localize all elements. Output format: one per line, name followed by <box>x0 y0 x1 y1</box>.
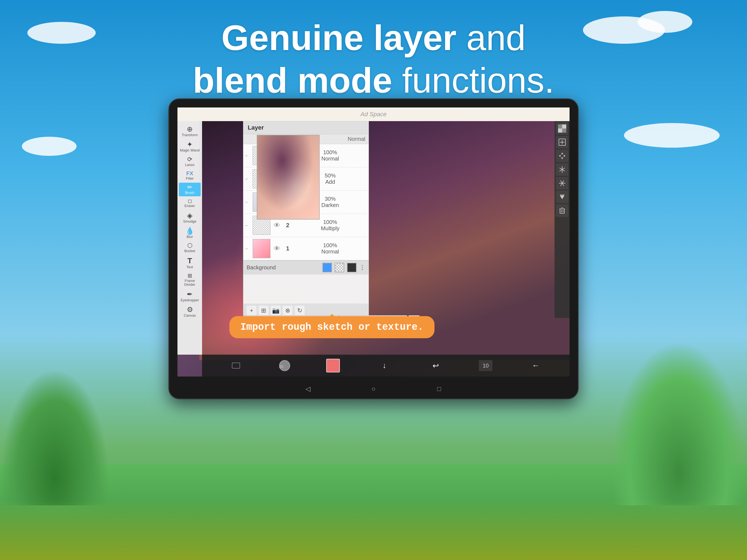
canvas-icon: ⚙ <box>187 306 193 313</box>
layer-num-1: 1 <box>284 245 292 252</box>
tool-bucket[interactable]: ⬡ Bucket <box>179 241 201 255</box>
tool-text[interactable]: T Text <box>179 255 201 271</box>
bg-dark-swatch[interactable] <box>347 263 357 272</box>
layer-opacity-1: 100% <box>294 242 366 249</box>
color-picker-btn[interactable] <box>325 357 341 374</box>
eraser-label: Eraser <box>185 204 195 208</box>
brush-label: Brush <box>185 191 195 195</box>
svg-marker-9 <box>559 155 561 157</box>
layer-visibility-1[interactable]: 👁 <box>273 244 281 253</box>
tool-canvas[interactable]: ⚙ Canvas <box>179 304 201 319</box>
tablet-screen: Ad Space ⊕ Transform ✦ Magic Wand ⟳ <box>177 107 570 377</box>
brush-icon: ✏ <box>187 184 192 190</box>
svg-marker-8 <box>561 157 563 159</box>
left-toolbar: ⊕ Transform ✦ Magic Wand ⟳ Lasso FX Filt… <box>177 121 202 355</box>
selection-btn[interactable] <box>228 357 244 374</box>
layer-opacity-2: 100% <box>294 219 366 225</box>
art-preview-thumbnail <box>257 135 319 220</box>
smudge-icon: ◈ <box>187 212 192 219</box>
tool-magic-wand[interactable]: ✦ Magic Wand <box>179 139 201 154</box>
move-layer-down-btn[interactable] <box>556 190 568 203</box>
download-btn[interactable]: ↓ <box>376 357 393 374</box>
transform-icon: ⊕ <box>187 126 193 133</box>
blur-label: Blur <box>186 235 193 239</box>
back-icon: ◁ <box>305 385 310 393</box>
duplicate-layer-button[interactable]: ↻ <box>295 306 305 315</box>
bottom-toolbar: 20 ↓ ↩ 10 ← <box>202 355 570 377</box>
move-btn[interactable] <box>556 150 568 162</box>
text-label: Text <box>186 265 193 269</box>
merge-all-btn[interactable] <box>556 136 568 149</box>
canvas-label: Canvas <box>184 314 196 317</box>
background-label: Background <box>247 264 319 271</box>
flip-v-btn[interactable] <box>556 177 568 189</box>
layer-row[interactable]: ⌐ 👁 1 100% Normal <box>243 237 368 260</box>
blur-icon: 💧 <box>185 227 194 234</box>
svg-rect-1 <box>562 128 566 133</box>
tablet-device: Ad Space ⊕ Transform ✦ Magic Wand ⟳ <box>169 98 578 399</box>
delete-layer-btn[interactable] <box>556 204 568 217</box>
layer-corner-5: ⌐ <box>246 153 251 158</box>
bg-more-options[interactable]: ⋮ <box>359 264 365 271</box>
android-nav-bar: ◁ ○ □ <box>177 381 570 397</box>
recent-nav-button[interactable]: □ <box>434 383 445 394</box>
title-normal-2: functions. <box>402 60 554 100</box>
tool-eraser[interactable]: ◻ Eraser <box>179 197 201 209</box>
combine-layers-button[interactable]: ⊗ <box>283 306 292 315</box>
filter-icon: FX <box>186 171 193 176</box>
checkerboard-btn[interactable] <box>556 122 568 135</box>
callout-tooltip: Import rough sketch or texture. <box>229 316 435 338</box>
layer-thumb-1 <box>253 239 271 258</box>
back-btn[interactable]: ← <box>527 357 544 374</box>
transform-label: Transform <box>182 133 198 137</box>
recent-icon: □ <box>437 385 441 393</box>
cloud-4 <box>22 137 77 156</box>
bucket-icon: ⬡ <box>187 243 192 249</box>
title-normal-1: and <box>466 18 526 58</box>
tool-lasso[interactable]: ⟳ Lasso <box>179 155 201 169</box>
layer-info-2: 100% Multiply <box>294 219 366 232</box>
home-nav-button[interactable]: ○ <box>368 383 379 394</box>
layer-panel-title: Layer <box>248 124 264 131</box>
tool-eyedropper[interactable]: ✒ Eyedropper <box>179 289 201 304</box>
tool-blur[interactable]: 💧 Blur <box>179 226 201 240</box>
top-blend-label: Normal <box>348 136 365 142</box>
tool-brush[interactable]: ✏ Brush <box>179 183 201 196</box>
title-line-2: blend mode functions. <box>0 59 747 102</box>
svg-rect-2 <box>562 124 566 128</box>
tool-transform[interactable]: ⊕ Transform <box>179 124 201 138</box>
eraser-icon: ◻ <box>188 199 192 203</box>
layer-count-btn[interactable]: 10 <box>479 360 492 371</box>
flip-h-btn[interactable] <box>556 163 568 176</box>
add-layer-button[interactable]: + <box>247 306 256 315</box>
ad-space-label: Ad Space <box>360 111 386 118</box>
undo-btn[interactable]: ↩ <box>428 357 444 374</box>
layer-visibility-2[interactable]: 👁 <box>273 221 281 230</box>
tool-frame-divider[interactable]: ⊞ Frame Divider <box>179 271 201 288</box>
svg-rect-15 <box>560 209 564 213</box>
text-icon: T <box>187 257 192 265</box>
tool-smudge[interactable]: ◈ Smudge <box>179 210 201 225</box>
svg-rect-14 <box>560 195 564 196</box>
layer-corner-4: ⌐ <box>246 177 251 181</box>
filter-label: Filter <box>186 177 194 180</box>
import-image-button[interactable]: 📷 <box>271 306 281 315</box>
magic-wand-icon: ✦ <box>187 141 193 148</box>
active-color-swatch[interactable] <box>326 359 340 373</box>
add-group-button[interactable]: ⊞ <box>259 306 268 315</box>
background-row[interactable]: Background ⋮ <box>243 260 368 275</box>
back-nav-button[interactable]: ◁ <box>302 383 313 394</box>
frame-divider-icon: ⊞ <box>187 273 192 278</box>
bg-checker-swatch[interactable] <box>335 263 344 272</box>
flowers <box>0 500 747 560</box>
ad-space-bar: Ad Space <box>177 107 570 121</box>
brush-size-container: 20 <box>279 360 290 371</box>
tool-filter[interactable]: FX Filter <box>179 169 201 182</box>
bg-color-blue[interactable] <box>323 263 332 272</box>
eyedropper-icon: ✒ <box>187 291 193 298</box>
trees-right <box>610 341 747 505</box>
svg-rect-3 <box>558 128 562 133</box>
title-area: Genuine layer and blend mode functions. <box>0 17 747 102</box>
layer-right-controls <box>555 121 570 318</box>
home-icon: ○ <box>371 385 376 393</box>
